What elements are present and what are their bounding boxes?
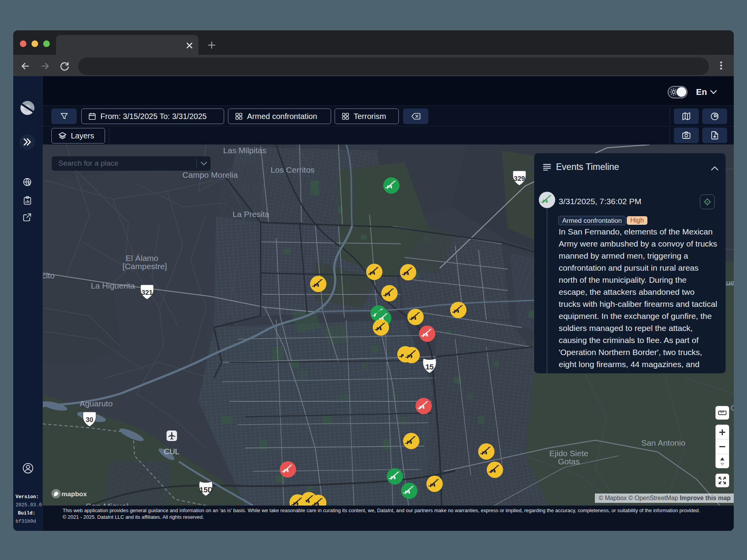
svg-text:CUL: CUL (164, 447, 179, 456)
svg-text:Gotas: Gotas (558, 457, 580, 466)
svg-text:cito: cito (43, 271, 54, 280)
svg-text:San Antonio: San Antonio (641, 438, 685, 447)
svg-text:La Higuerita: La Higuerita (91, 281, 135, 290)
svg-text:La Presita: La Presita (233, 210, 270, 219)
svg-text:C: C (731, 404, 734, 412)
svg-text:San Miguel: San Miguel (86, 502, 128, 506)
svg-text:30: 30 (86, 416, 93, 424)
svg-text:Ejido Siete: Ejido Siete (549, 449, 588, 458)
svg-text:Campo Morelia: Campo Morelia (182, 170, 238, 179)
svg-text:uel: uel (726, 278, 734, 287)
svg-text:15: 15 (425, 363, 434, 371)
svg-text:329: 329 (514, 175, 525, 182)
svg-text:Las Milpitas: Las Milpitas (223, 146, 267, 155)
svg-text:Los Cerritos: Los Cerritos (270, 165, 314, 174)
svg-text:[Campestre]: [Campestre] (123, 262, 167, 271)
svg-text:Aguaruto: Aguaruto (79, 399, 112, 408)
svg-text:El Álamo: El Álamo (126, 254, 158, 262)
svg-text:321: 321 (142, 289, 153, 296)
svg-text:mapbox: mapbox (61, 490, 87, 498)
svg-text:15D: 15D (200, 486, 213, 494)
